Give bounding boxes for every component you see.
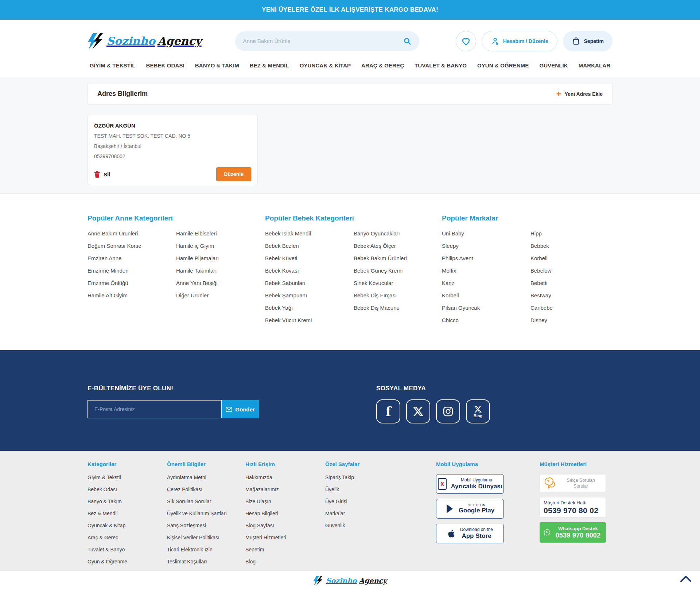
cart-button[interactable]: Sepetim (563, 31, 612, 51)
footer-link[interactable]: Satış Sözleşmesi (167, 523, 206, 528)
nav-item[interactable]: ARAÇ & GEREÇ (361, 62, 404, 69)
category-link[interactable]: Anne Bakım Ürünleri (88, 230, 138, 237)
edit-address-button[interactable]: Düzenle (216, 167, 251, 181)
google-play-badge[interactable]: GET IT ON Google Play (436, 499, 504, 519)
category-link[interactable]: Bebek Bezleri (265, 243, 299, 249)
delete-address-button[interactable]: Sil (94, 171, 110, 178)
category-link[interactable]: Hamile Elbiseleri (176, 230, 217, 237)
nav-item[interactable]: GİYİM & TEKSTİL (90, 62, 136, 69)
footer-link[interactable]: Güvenlik (325, 523, 345, 528)
mobile-app-badge[interactable]: X Mobil Uygulama Ayrıcalık Dünyası (436, 474, 504, 494)
category-link[interactable]: Hamile Pijamaları (176, 255, 219, 261)
footer-link[interactable]: Blog Sayfası (245, 523, 274, 528)
category-link[interactable]: Bebek Sabunları (265, 280, 306, 286)
newsletter-email-input[interactable] (88, 400, 222, 418)
brand-link[interactable]: Uni Baby (442, 230, 464, 237)
category-link[interactable]: Emzirme Önlüğü (88, 280, 128, 286)
footer-logo[interactable]: SozinhoAgency (313, 576, 387, 586)
category-link[interactable]: Banyo Oyuncakları (354, 230, 400, 237)
footer-link[interactable]: Sık Sorulan Sorular (167, 499, 211, 504)
brand-link[interactable]: Disney (530, 317, 547, 323)
brand-link[interactable]: Bebetti (530, 280, 548, 286)
footer-link[interactable]: Banyo & Takım (88, 499, 122, 504)
footer-link[interactable]: Üyelik (325, 487, 339, 492)
search-icon[interactable] (403, 37, 411, 45)
category-link[interactable]: Sinek Kovucular (354, 280, 393, 286)
x-blog-button[interactable]: Blog (466, 399, 490, 423)
category-link[interactable]: Bebek Diş Fırçası (354, 292, 397, 298)
brand-link[interactable]: Molfix (442, 267, 456, 274)
brand-link[interactable]: Canbebe (530, 305, 553, 311)
add-address-button[interactable]: + Yeni Adres Ekle (556, 90, 603, 98)
footer-link[interactable]: Bez & Mendil (88, 511, 117, 516)
category-link[interactable]: Bebek Diş Macunu (354, 305, 400, 311)
category-link[interactable]: Diğer Ürünler (176, 292, 209, 298)
whatsapp-support-card[interactable]: Whatsapp Destek 0539 970 8002 (540, 522, 606, 543)
footer-link[interactable]: Hesap Bilgileri (245, 511, 278, 516)
category-link[interactable]: Bebek Vücut Kremi (265, 317, 312, 323)
brand-link[interactable]: Hipp (530, 230, 542, 237)
category-link[interactable]: Emzirme Minderi (88, 267, 129, 274)
footer-link[interactable]: Bize Ulaşın (245, 499, 271, 504)
scroll-to-top-button[interactable] (680, 575, 692, 584)
footer-link[interactable]: Müşteri Hizmetleri (245, 535, 286, 540)
nav-item[interactable]: BEZ & MENDİL (250, 62, 289, 69)
brand-link[interactable]: Kanz (442, 280, 454, 286)
footer-link[interactable]: Kişisel Veriler Politikası (167, 535, 219, 540)
nav-item[interactable]: OYUN & ÖĞRENME (477, 62, 529, 69)
nav-item[interactable]: BANYO & TAKIM (195, 62, 239, 69)
category-link[interactable]: Bebek Küveti (265, 255, 297, 261)
category-link[interactable]: Bebek Kovası (265, 267, 299, 274)
category-link[interactable]: Emziren Anne (88, 255, 121, 261)
footer-link[interactable]: Mağazalarımız (245, 487, 279, 492)
brand-link[interactable]: Pilsan Oyuncak (442, 305, 480, 311)
category-link[interactable]: Anne Yanı Beşiği (176, 280, 218, 286)
footer-link[interactable]: Üye Girişi (325, 499, 347, 504)
footer-link[interactable]: Çerez Politikası (167, 487, 202, 492)
brand-link[interactable]: Sleepy (442, 243, 459, 249)
site-logo[interactable]: SozinhoAgency (88, 33, 202, 49)
footer-link[interactable]: Aydınlatma Metni (167, 474, 206, 480)
nav-item[interactable]: BEBEK ODASI (146, 62, 184, 69)
footer-link[interactable]: Oyun & Öğrenme (88, 559, 127, 564)
footer-link[interactable]: Hakkımızda (245, 474, 272, 480)
brand-link[interactable]: Korbell (442, 292, 459, 298)
footer-link[interactable]: Araç & Gereç (88, 535, 118, 540)
footer-link[interactable]: Ticari Elektronik İzin (167, 547, 213, 552)
support-hotline-card[interactable]: Müşteri Destek Hattı 0539 970 80 02 (540, 497, 606, 517)
brand-link[interactable]: Bestway (530, 292, 551, 298)
category-link[interactable]: Hamile Alt Giyim (88, 292, 128, 298)
nav-item[interactable]: MARKALAR (579, 62, 610, 69)
wishlist-button[interactable] (456, 31, 476, 51)
faq-card[interactable]: ? Sıkça Sorulan Sorular (540, 474, 606, 492)
brand-link[interactable]: Chicco (442, 317, 459, 323)
brand-link[interactable]: Philips Avent (442, 255, 473, 261)
category-link[interactable]: Bebek Şampuanı (265, 292, 307, 298)
category-link[interactable]: Bebek Islak Mendil (265, 230, 311, 237)
footer-link[interactable]: Sipariş Takip (325, 474, 354, 480)
footer-link[interactable]: Üyelik ve Kullanım Şartları (167, 511, 227, 516)
category-link[interactable]: Doğum Sonrası Korse (88, 243, 141, 249)
footer-link[interactable]: Giyim & Tekstil (88, 474, 121, 480)
nav-item[interactable]: TUVALET & BANYO (415, 62, 467, 69)
nav-item[interactable]: OYUNCAK & KİTAP (300, 62, 351, 69)
footer-link[interactable]: Bebek Odası (88, 487, 117, 492)
footer-link[interactable]: Blog (245, 559, 256, 564)
account-button[interactable]: Hesabım / Düzenle (482, 31, 557, 51)
footer-link[interactable]: Teslimat Koşulları (167, 559, 207, 564)
search-input[interactable] (243, 38, 403, 44)
brand-link[interactable]: Bebelow (530, 267, 552, 274)
category-link[interactable]: Bebek Ateş Ölçer (354, 243, 396, 249)
category-link[interactable]: Bebek Yağı (265, 305, 293, 311)
category-link[interactable]: Hamile iç Giyim (176, 243, 214, 249)
x-twitter-button[interactable] (406, 399, 430, 423)
category-link[interactable]: Hamile Takımları (176, 267, 217, 274)
brand-link[interactable]: Korbell (530, 255, 548, 261)
instagram-button[interactable] (436, 399, 460, 423)
nav-item[interactable]: GÜVENLİK (539, 62, 568, 69)
newsletter-submit-button[interactable]: Gönder (222, 400, 259, 418)
footer-link[interactable]: Tuvalet & Banyo (88, 547, 125, 552)
footer-link[interactable]: Markalar (325, 511, 345, 516)
facebook-button[interactable]: f (376, 399, 400, 423)
app-store-badge[interactable]: Download on the App Store (436, 524, 504, 543)
